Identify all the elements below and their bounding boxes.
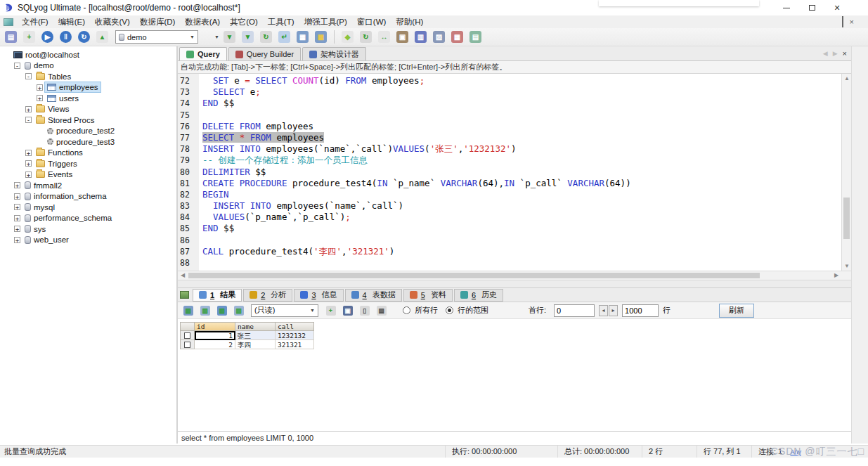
first-row-input[interactable] — [554, 304, 595, 317]
disconnect-icon[interactable]: ‖ — [57, 30, 75, 45]
favorites-icon[interactable]: ▲ — [93, 30, 111, 45]
table-data-icon[interactable]: ▦ — [294, 30, 311, 45]
migrate-icon[interactable]: ▣ — [394, 30, 411, 45]
maximize-button[interactable] — [799, 1, 824, 15]
sql-editor[interactable]: 72 SET e = SELECT COUNT(id) FROM employe… — [178, 74, 851, 280]
expand-icon[interactable]: + — [14, 215, 20, 221]
tree-item-procedure-test3[interactable]: procedure_test3 — [0, 136, 176, 148]
row-checkbox[interactable] — [184, 342, 190, 348]
tab-item[interactable]: 架构设计器 — [302, 47, 366, 60]
close-button[interactable]: × — [824, 1, 850, 15]
expand-icon[interactable]: + — [14, 204, 20, 210]
tree-item-views[interactable]: +Views — [0, 104, 176, 115]
format-sql-icon[interactable]: ◆ — [339, 30, 356, 45]
menu-item-a[interactable]: 数据表(A) — [180, 15, 225, 28]
tree-item-users[interactable]: +users — [0, 93, 176, 104]
menu-item-o[interactable]: 其它(O) — [225, 15, 263, 28]
result-tab-item[interactable]: 4 表数据 — [345, 289, 402, 302]
menu-item-e[interactable]: 编辑(E) — [53, 15, 90, 28]
expand-icon[interactable]: + — [37, 84, 43, 91]
flush-tools-icon[interactable]: ▦ — [448, 30, 466, 45]
menu-item-t[interactable]: 工具(T) — [263, 15, 299, 28]
column-header-id[interactable]: id — [195, 323, 235, 331]
refresh-object-icon[interactable]: ↻ — [357, 30, 375, 45]
tree-item-tables[interactable]: -Tables — [0, 71, 176, 82]
row-selector[interactable] — [181, 340, 195, 349]
execute-query-icon[interactable]: ▼ — [221, 30, 238, 45]
row-range-radio[interactable] — [446, 306, 453, 314]
sync-data-icon[interactable]: ↔ — [375, 30, 393, 45]
tree-item-web-user[interactable]: +web_user — [0, 235, 176, 246]
menu-item-w[interactable]: 窗口(W) — [352, 15, 391, 28]
expand-icon[interactable]: + — [14, 237, 20, 243]
collapse-icon[interactable]: - — [14, 63, 20, 69]
scroll-right-icon[interactable]: ▶ — [831, 271, 841, 280]
mdi-restore-button[interactable] — [842, 17, 843, 27]
explain-query-icon[interactable]: ▼ — [239, 30, 257, 45]
scroll-tabs-right-icon[interactable]: ▶ — [833, 50, 838, 57]
column-header-name[interactable]: name — [235, 323, 276, 331]
database-selector[interactable]: demo ▼ — [115, 30, 198, 44]
cell-name[interactable]: 李四 — [235, 340, 276, 349]
tree-item-performance-schema[interactable]: +performance_schema — [0, 213, 176, 224]
expand-icon[interactable]: + — [25, 150, 32, 156]
insert-row-icon[interactable]: + — [323, 304, 338, 317]
scrollbar-thumb[interactable] — [843, 198, 850, 239]
collapse-icon[interactable]: - — [25, 73, 32, 79]
tree-item-employees[interactable]: +employees — [0, 82, 176, 93]
expand-icon[interactable]: + — [14, 193, 20, 200]
tree-item-events[interactable]: +Events — [0, 169, 176, 181]
manage-index-icon[interactable]: ▦ — [312, 30, 330, 45]
copy-database-icon[interactable]: ▥ — [412, 30, 429, 45]
cell-call[interactable]: 1232132 — [276, 331, 314, 340]
cell-call[interactable]: 321321 — [276, 340, 314, 349]
editor-horizontal-scrollbar[interactable]: ◀ ▶ — [178, 271, 851, 280]
expand-icon[interactable]: + — [14, 226, 20, 232]
cell-id[interactable]: 2 — [195, 340, 235, 349]
row-selector[interactable] — [181, 331, 195, 340]
expand-icon[interactable]: + — [14, 182, 20, 188]
editor-vertical-scrollbar[interactable]: ▲ ▼ — [841, 74, 851, 271]
tree-item-information-schema[interactable]: +information_schema — [0, 191, 176, 202]
export-excel-icon[interactable]: ▥ — [214, 304, 229, 317]
delete-row-icon[interactable]: ▯ — [357, 304, 372, 317]
export-data-icon[interactable]: ▥ — [197, 304, 212, 317]
close-tab-icon[interactable]: × — [843, 49, 847, 58]
column-header-call[interactable]: call — [276, 323, 314, 331]
scrollbar-thumb[interactable] — [188, 273, 760, 278]
collapse-icon[interactable]: - — [25, 117, 32, 123]
row-count-input[interactable] — [622, 304, 659, 317]
previous-page-icon[interactable]: ◂ — [599, 305, 608, 316]
menu-item-v[interactable]: 收藏夹(V) — [90, 15, 135, 28]
schema-sync-icon[interactable]: ▤ — [467, 30, 484, 45]
query-profiler-icon[interactable]: ▨ — [430, 30, 448, 45]
refresh-button[interactable]: 刷新 — [719, 304, 754, 318]
user-manager-button[interactable]: ▼ — [202, 30, 220, 45]
next-page-icon[interactable]: ▸ — [609, 305, 618, 316]
tree-item-stored-procs[interactable]: -Stored Procs — [0, 115, 176, 126]
new-connection-icon[interactable]: ▤ — [2, 30, 20, 45]
tree-item-fmmall2[interactable]: +fmmall2 — [0, 180, 176, 191]
expand-icon[interactable]: + — [25, 171, 32, 178]
import-table-icon[interactable]: ↵ — [276, 30, 293, 45]
minimize-button[interactable] — [774, 1, 799, 15]
connect-icon[interactable]: ▶ — [39, 30, 56, 45]
tree-item-mysql[interactable]: +mysql — [0, 202, 176, 213]
expand-icon[interactable]: + — [25, 160, 32, 167]
export-formats-icon[interactable]: ▥ — [231, 304, 246, 317]
tree-item-triggers[interactable]: +Triggers — [0, 158, 176, 169]
tab-query[interactable]: Query — [179, 47, 227, 60]
tree-item-demo[interactable]: -demo — [0, 60, 176, 72]
tab-query-builder[interactable]: Query Builder — [228, 47, 301, 60]
result-tab-item[interactable]: 5 资料 — [403, 289, 453, 302]
tree-item-functions[interactable]: +Functions — [0, 148, 176, 159]
menu-item-p[interactable]: 增强工具(P) — [299, 15, 351, 28]
result-tab-item[interactable]: 6 历史 — [454, 289, 503, 302]
cell-id[interactable]: 1 — [195, 331, 235, 340]
all-rows-radio[interactable] — [403, 306, 410, 314]
save-changes-icon[interactable]: ▣ — [340, 304, 355, 317]
menu-item-f[interactable]: 文件(F) — [17, 15, 53, 28]
scroll-left-icon[interactable]: ◀ — [178, 271, 188, 280]
menu-item-d[interactable]: 数据库(D) — [135, 15, 180, 28]
new-query-tab-icon[interactable]: + — [20, 30, 38, 45]
